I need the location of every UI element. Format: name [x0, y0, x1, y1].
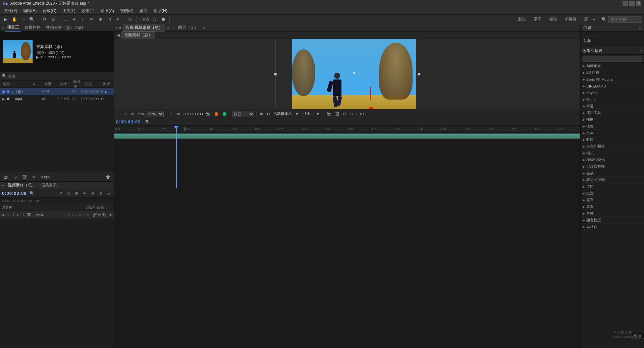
tool-mask-pen[interactable]: ✒	[70, 16, 78, 23]
effect-cat-mask2[interactable]: ▶ 遮罩	[581, 204, 644, 210]
effect-cat-animation-presets[interactable]: ▶ 动画预设	[581, 63, 644, 69]
menu-effects[interactable]: 效果(T)	[79, 7, 97, 14]
tool-paint[interactable]: ✏	[88, 16, 95, 23]
new-folder-btn[interactable]: 🗁	[2, 173, 9, 181]
tl-btn-lock[interactable]: ⊞	[73, 190, 79, 196]
effect-cat-immersive[interactable]: ▶ 沉浸式视频	[581, 163, 644, 170]
cf-region2-btn[interactable]: ▭	[175, 111, 181, 117]
prop-3d[interactable]: ⊞	[86, 213, 89, 217]
prop-t[interactable]: T	[75, 213, 78, 217]
effect-cat-3d[interactable]: ▶ 3D 声道	[581, 69, 644, 76]
project-search-input[interactable]	[8, 74, 112, 78]
cf-grid-btn[interactable]: ⊞	[259, 111, 264, 117]
tool-stamp[interactable]: ⊕	[97, 16, 104, 23]
tool-eraser[interactable]: ◻	[105, 16, 113, 23]
tl-tab-render[interactable]: 渲染队列	[40, 182, 59, 189]
cf-res-select[interactable]: 四分...完整二分之一	[232, 111, 254, 117]
delete-btn[interactable]: 🗑	[104, 173, 112, 181]
layer-parent-btn[interactable]: ▼	[109, 213, 112, 217]
menu-file[interactable]: 文件(F)	[1, 7, 20, 14]
tl-btn-solo[interactable]: ◎	[65, 190, 71, 196]
tab-footage[interactable]: 视频素材（总）.mp4	[44, 24, 85, 31]
effect-cat-time[interactable]: ▶ 时间	[581, 136, 644, 143]
effect-cat-audio[interactable]: ▶ 音频	[581, 210, 644, 217]
footage-btn[interactable]: 🎬	[21, 173, 28, 181]
effect-cat-matte[interactable]: ▶ Matte	[581, 96, 644, 103]
mode-library[interactable]: 库	[581, 16, 591, 23]
effect-cat-blur[interactable]: ▶ 模糊和锐化	[581, 157, 644, 163]
cf-restore-btn[interactable]: 🖼	[334, 111, 340, 117]
mode-default[interactable]: 默认	[516, 16, 529, 23]
tool-mask-rect[interactable]: ▭	[62, 16, 69, 23]
tl-reset-btn[interactable]: 🔍	[144, 119, 151, 124]
tl-btn-adj[interactable]: ⊘	[98, 190, 104, 196]
cf-cam-icon[interactable]: 📷	[204, 111, 212, 117]
tl-tab-comp[interactable]: 视频素材（总）	[6, 182, 37, 189]
effect-cat-keyer[interactable]: ▶ 抠像	[581, 123, 644, 130]
effect-cat-cinema4d[interactable]: ▶ CINEMA 4D	[581, 83, 644, 90]
layer-parent-select[interactable]: ⊙ 无	[98, 212, 108, 217]
comp-canvas-area[interactable]: ✦ ▼	[114, 39, 580, 109]
cf-snap-btn[interactable]: ⊞	[168, 111, 174, 117]
effect-cat-simulation[interactable]: ▶ 模拟	[581, 150, 644, 157]
title-bar-controls[interactable]: ─ □ ✕	[623, 1, 641, 6]
effect-cat-text[interactable]: ▶ 文本	[581, 130, 644, 136]
tl-track-area[interactable]	[114, 132, 580, 188]
effect-cat-stylize[interactable]: ▶ 风格化	[581, 224, 644, 230]
tool-rotate[interactable]: ↺	[41, 16, 48, 23]
mode-learn[interactable]: 学习	[531, 16, 544, 23]
tool-hand[interactable]: ☜	[19, 16, 27, 23]
tl-btn-search[interactable]: 🔍	[29, 190, 35, 196]
tool-puppet[interactable]: ※	[114, 16, 121, 23]
project-item-video[interactable]: ▶ ....mp4 AVI 7.3 MB 25 0:00:00:00 0:	[0, 95, 114, 103]
effect-cat-channel[interactable]: ▶ 声道	[581, 103, 644, 110]
menu-window[interactable]: 窗口	[137, 7, 150, 14]
tab-effects-ctrl[interactable]: 效果控件	[22, 24, 43, 31]
menu-view[interactable]: 视图(V)	[117, 7, 136, 14]
tl-btn-comment[interactable]: ✏	[82, 190, 88, 196]
layer-audio-icon[interactable]: ♪	[6, 213, 10, 217]
tl-btn-add-layer[interactable]: ↗	[57, 190, 63, 196]
effect-cat-generate[interactable]: ▶ 生成	[581, 170, 644, 177]
track-bar-1[interactable]	[114, 133, 580, 139]
prop-q[interactable]: ◻	[82, 213, 86, 217]
handle-mr[interactable]	[418, 73, 420, 75]
info-menu-btn[interactable]: ≡	[639, 25, 641, 30]
effect-cat-mask1[interactable]: ▶ 遮罩	[581, 197, 644, 204]
effect-cat-color[interactable]: ▶ 颜色校正	[581, 217, 644, 224]
effect-cat-keying[interactable]: ▶ Keying	[581, 90, 644, 96]
cf-color2-btn[interactable]: ⬤	[221, 111, 228, 117]
restore-button[interactable]: □	[629, 1, 635, 6]
tl-btn-motion[interactable]: ⊛	[90, 190, 96, 196]
cf-preview-btn[interactable]: □	[123, 111, 128, 117]
cf-zoom-select[interactable]: 25%50%100%	[147, 111, 164, 117]
cf-comp-output-btn[interactable]: ⊡	[342, 111, 347, 117]
tool-camera-orbit[interactable]: ⊙	[49, 16, 57, 23]
tl-btn-guide[interactable]: ≡	[106, 190, 112, 196]
align-btn2[interactable]: ⬢	[160, 16, 167, 23]
effect-cat-transition[interactable]: ▶ 过渡	[581, 190, 644, 197]
tab-project[interactable]: 项目三	[5, 24, 21, 32]
cf-alpha-btn[interactable]: ⊚	[129, 111, 135, 117]
cf-region-btn[interactable]: ⊡	[116, 111, 122, 117]
prop-f[interactable]: ☆	[71, 213, 74, 217]
effects-search-input[interactable]	[583, 56, 642, 62]
search-help-input[interactable]	[608, 16, 642, 23]
pencil-btn[interactable]: ✎	[30, 173, 38, 181]
effect-cat-expression[interactable]: ▶ 表达式控制	[581, 177, 644, 183]
minimize-button[interactable]: ─	[623, 1, 628, 6]
cf-overlay-btn[interactable]: ⊟	[266, 111, 271, 117]
tool-zoom[interactable]: 🔍	[28, 16, 36, 23]
tool-select[interactable]: ▶	[2, 16, 9, 23]
cf-view-btn[interactable]: ▼	[315, 111, 321, 117]
menu-compose[interactable]: 合成(C)	[40, 7, 59, 14]
close-button[interactable]: ✕	[636, 1, 641, 6]
cf-color-btn[interactable]: ⬤	[213, 111, 220, 117]
align-btn1[interactable]: ⬡	[151, 16, 158, 23]
menu-animation[interactable]: 动画(A)	[98, 7, 117, 14]
menu-edit[interactable]: 编辑(E)	[20, 7, 39, 14]
mode-small[interactable]: 小屏幕	[562, 16, 579, 23]
layer-expand-icon[interactable]: ▶	[17, 213, 20, 217]
effect-cat-utility[interactable]: ▶ 实用工具	[581, 110, 644, 116]
project-item-comp[interactable]: ▣ ...（总） 合成 25 0:00:00:00 0 ▲	[0, 88, 114, 95]
